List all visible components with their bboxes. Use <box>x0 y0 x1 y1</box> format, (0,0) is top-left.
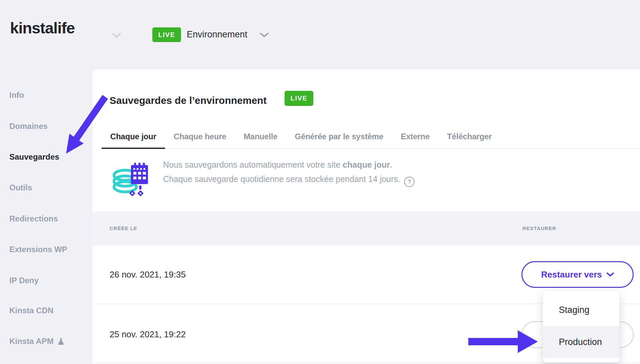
tab-telecharger[interactable]: Télécharger <box>438 124 500 149</box>
info-line1-text: Nous sauvegardons automatiquement votre … <box>163 160 343 169</box>
sidebar-item-label: Sauvegardes <box>9 152 59 162</box>
info-line2-text: Chaque sauvegarde quotidienne sera stock… <box>163 174 400 184</box>
kinsta-dashboard: kinstalife LIVE Environnement Info Domai… <box>0 0 640 364</box>
backup-info-line2: Chaque sauvegarde quotidienne sera stock… <box>163 172 415 187</box>
page-title: Sauvegardes de l’environnement <box>110 95 267 106</box>
sidebar-item-label: IP Deny <box>9 276 39 285</box>
backup-type-tabs: Chaque jour Chaque heure Manuelle Généré… <box>102 124 500 149</box>
backup-info-text: Nous sauvegardons automatiquement votre … <box>163 158 415 187</box>
sidebar-item-label: Kinsta CDN <box>9 306 53 315</box>
annotation-arrow-sauvegardes <box>60 90 114 157</box>
panel-live-badge: LIVE <box>285 91 313 106</box>
info-line1-bold: chaque jour <box>343 160 390 169</box>
sidebar-item-label: Outils <box>9 183 32 192</box>
row-divider <box>93 363 640 363</box>
sidebar-item-label: Kinsta APM <box>9 337 53 346</box>
help-icon[interactable]: ? <box>404 177 415 187</box>
sidebar-item-kinsta-apm[interactable]: Kinsta APM <box>9 336 64 346</box>
backups-panel: Sauvegardes de l’environnement LIVE Chaq… <box>93 69 640 364</box>
column-header-created: CRÉÉE LE <box>110 225 137 231</box>
environment-selector-chevron-icon[interactable] <box>260 32 269 38</box>
backup-date-row1: 26 nov. 2021, 19:35 <box>110 269 186 280</box>
sidebar-item-sauvegardes[interactable]: Sauvegardes <box>9 152 59 162</box>
backup-database-calendar-icon <box>112 159 149 196</box>
tab-chaque-heure[interactable]: Chaque heure <box>165 124 235 149</box>
menu-item-production[interactable]: Production <box>543 326 620 358</box>
environment-selector-label[interactable]: Environnement <box>187 29 248 40</box>
tab-manuelle[interactable]: Manuelle <box>235 124 286 149</box>
sidebar-item-extensions-wp[interactable]: Extensions WP <box>9 244 67 254</box>
sidebar-item-label: Info <box>9 90 24 100</box>
sidebar-item-label: Redirections <box>9 214 58 223</box>
info-line1-period: . <box>390 160 392 169</box>
sidebar-item-label: Extensions WP <box>9 245 67 254</box>
environment-live-badge: LIVE <box>152 27 181 42</box>
sidebar-item-label: Domaines <box>9 122 48 131</box>
flask-icon <box>57 338 64 345</box>
sidebar-item-redirections[interactable]: Redirections <box>9 214 58 224</box>
site-selector-chevron-icon[interactable] <box>112 33 121 38</box>
menu-item-staging[interactable]: Staging <box>543 294 620 326</box>
tab-generee-par-le-systeme[interactable]: Générée par le système <box>286 124 392 149</box>
restore-vers-label: Restaurer vers <box>541 269 602 280</box>
tab-externe[interactable]: Externe <box>392 124 439 149</box>
sidebar-item-ip-deny[interactable]: IP Deny <box>9 276 39 286</box>
sidebar-item-domaines[interactable]: Domaines <box>9 121 48 131</box>
chevron-down-icon <box>607 272 614 277</box>
sidebar-item-kinsta-cdn[interactable]: Kinsta CDN <box>9 306 53 316</box>
annotation-arrow-production <box>468 329 538 354</box>
backup-date-row2: 25 nov. 2021, 19:22 <box>110 329 186 340</box>
site-name[interactable]: kinstalife <box>10 19 75 37</box>
table-header-row: CRÉÉE LE RESTAURER <box>93 211 640 245</box>
sidebar-item-info[interactable]: Info <box>9 90 24 100</box>
backup-info-line1: Nous sauvegardons automatiquement votre … <box>163 158 415 172</box>
column-header-restore: RESTAURER <box>522 225 556 231</box>
restore-vers-button-row1[interactable]: Restaurer vers <box>521 261 634 288</box>
sidebar-item-outils[interactable]: Outils <box>9 183 32 193</box>
restore-target-menu: Staging Production <box>543 291 620 363</box>
